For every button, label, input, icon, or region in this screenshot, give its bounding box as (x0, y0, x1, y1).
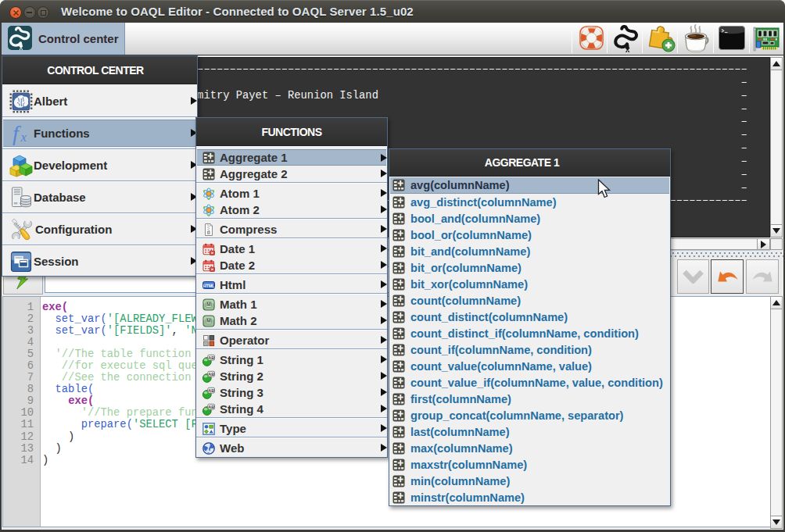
svg-text:AB: AB (208, 355, 214, 359)
svg-text:M: M (206, 302, 210, 307)
svg-text:x: x (20, 130, 27, 145)
svg-text:AB: AB (208, 387, 214, 392)
svg-text:AB: AB (208, 371, 214, 376)
svg-text:AB: AB (208, 404, 214, 409)
svg-text:M: M (206, 318, 210, 323)
svg-text:HTML: HTML (203, 283, 215, 287)
svg-text:f: f (13, 122, 21, 145)
